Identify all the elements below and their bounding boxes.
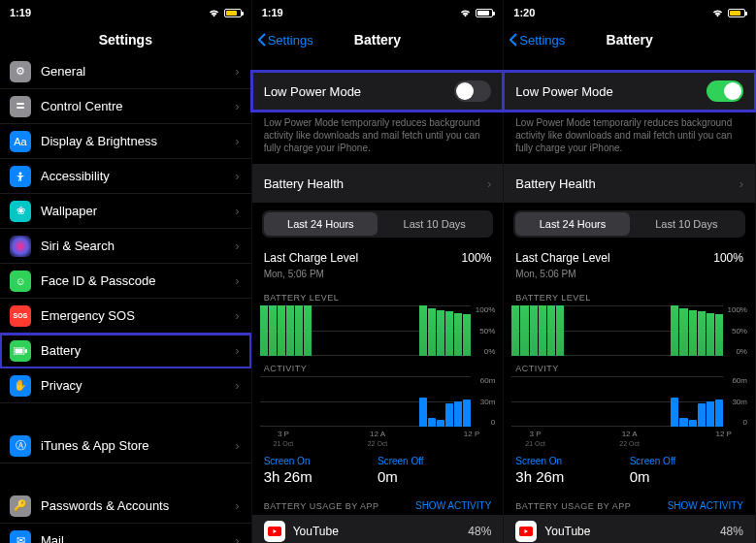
low-power-mode-row[interactable]: Low Power Mode (252, 72, 504, 111)
show-activity-link[interactable]: SHOW ACTIVITY (668, 500, 743, 511)
screen-off-value: 0m (378, 468, 491, 485)
navbar: Settings Battery (504, 25, 755, 54)
low-power-toggle[interactable] (454, 80, 491, 102)
screen-off-label: Screen Off (630, 456, 743, 466)
navbar-title: Settings (99, 32, 152, 48)
app-pct: 48% (468, 525, 491, 538)
navbar: Settings (0, 25, 251, 54)
settings-row-privacy[interactable]: ✋Privacy› (0, 368, 251, 403)
seg-10d[interactable]: Last 10 Days (378, 212, 491, 236)
svg-point-2 (19, 172, 22, 175)
chevron-right-icon: › (235, 343, 239, 358)
seg-10d[interactable]: Last 10 Days (630, 212, 743, 236)
battery-level-chart: 100%50%0% (511, 305, 747, 356)
back-button[interactable]: Settings (504, 33, 565, 48)
settings-row-display[interactable]: AaDisplay & Brightness› (0, 124, 251, 159)
activity-label: ACTIVITY (252, 356, 504, 376)
status-bar: 1:20 (504, 0, 755, 25)
status-time: 1:20 (513, 7, 535, 18)
settings-row-mail[interactable]: ✉Mail› (0, 524, 251, 543)
usage-header: BATTERY USAGE BY APP SHOW ACTIVITY (504, 493, 755, 515)
app-name: YouTube (293, 525, 339, 538)
settings-row-control-centre[interactable]: Control Centre› (0, 89, 251, 124)
show-activity-link[interactable]: SHOW ACTIVITY (415, 500, 491, 511)
status-time: 1:19 (10, 7, 31, 18)
appstore-icon: Ⓐ (10, 435, 31, 457)
settings-row-battery[interactable]: Battery› (0, 334, 251, 368)
screen-on-value: 3h 26m (515, 468, 629, 485)
mail-icon: ✉ (10, 530, 31, 544)
chevron-right-icon: › (235, 169, 239, 183)
chart-xaxis: 3 P12 A12 P (252, 427, 504, 440)
low-power-description: Low Power Mode temporarily reduces backg… (252, 111, 504, 164)
battery-health-label: Battery Health (515, 176, 595, 191)
navbar-title: Battery (354, 32, 401, 48)
screen-settings: 1:19 Settings ⚙General› Control Centre› … (0, 0, 252, 543)
battery-level-chart: 100%50%0% (260, 305, 496, 356)
last-charge-label: Last Charge Level (264, 251, 358, 265)
wifi-icon (711, 9, 724, 17)
settings-row-appstore[interactable]: ⒶiTunes & App Store› (0, 429, 251, 463)
settings-row-accessibility[interactable]: Accessibility› (0, 159, 251, 194)
settings-row-siri[interactable]: Siri & Search› (0, 229, 251, 264)
activity-chart: 60m30m0 (511, 376, 747, 427)
battery-health-label: Battery Health (264, 176, 344, 191)
app-row-youtube[interactable]: YouTube 48% (252, 515, 504, 543)
low-power-toggle[interactable] (707, 80, 743, 102)
navbar-title: Battery (607, 32, 653, 48)
usage-header: BATTERY USAGE BY APP SHOW ACTIVITY (252, 493, 504, 515)
time-range-segment[interactable]: Last 24 Hours Last 10 Days (262, 210, 494, 238)
battery-status-icon (224, 9, 242, 17)
svg-rect-5 (25, 349, 27, 353)
time-range-segment[interactable]: Last 24 Hours Last 10 Days (513, 210, 745, 238)
gear-icon: ⚙ (10, 61, 31, 82)
screen-off-value: 0m (630, 468, 743, 485)
svg-rect-4 (16, 348, 23, 353)
faceid-icon: ☺ (10, 271, 31, 292)
chevron-right-icon: › (235, 273, 239, 288)
seg-24h[interactable]: Last 24 Hours (515, 212, 629, 236)
battery-health-row[interactable]: Battery Health › (504, 164, 755, 203)
battery-icon (10, 340, 31, 362)
last-charge-label: Last Charge Level (515, 251, 609, 265)
app-pct: 48% (720, 525, 743, 538)
chart-xaxis: 3 P12 A12 P (504, 427, 755, 440)
settings-list: ⚙General› Control Centre› AaDisplay & Br… (0, 54, 251, 543)
chevron-right-icon: › (235, 239, 239, 253)
wallpaper-icon: ❀ (10, 201, 31, 222)
navbar: Settings Battery (252, 25, 504, 54)
seg-24h[interactable]: Last 24 Hours (264, 212, 378, 236)
last-charge-row: Last Charge Level 100% (252, 243, 504, 269)
wifi-icon (459, 9, 472, 17)
battery-health-row[interactable]: Battery Health › (252, 164, 504, 203)
wifi-icon (208, 9, 220, 17)
status-time: 1:19 (262, 7, 283, 18)
low-power-description: Low Power Mode temporarily reduces backg… (504, 111, 755, 164)
chevron-right-icon: › (235, 378, 239, 393)
key-icon: 🔑 (10, 495, 31, 517)
screen-battery-on: 1:20 Settings Battery Low Power Mode Low… (504, 0, 756, 543)
chart-xaxis-sub: 21 Oct22 Oct (252, 440, 504, 450)
chevron-right-icon: › (235, 99, 239, 113)
battery-status-icon (476, 9, 493, 17)
battery-level-label: BATTERY LEVEL (252, 285, 504, 305)
status-bar: 1:19 (0, 0, 251, 25)
screen-on-value: 3h 26m (264, 468, 378, 485)
last-charge-pct: 100% (713, 251, 743, 265)
settings-row-wallpaper[interactable]: ❀Wallpaper› (0, 194, 251, 229)
settings-row-passwords[interactable]: 🔑Passwords & Accounts› (0, 489, 251, 524)
svg-rect-1 (16, 107, 24, 109)
screen-on-off-row: Screen On3h 26m Screen Off0m (504, 450, 755, 493)
app-row-youtube[interactable]: YouTube 48% (504, 515, 755, 543)
chevron-right-icon: › (235, 498, 239, 513)
sliders-icon (10, 96, 31, 117)
last-charge-pct: 100% (462, 251, 492, 265)
svg-rect-0 (16, 103, 24, 105)
chevron-right-icon: › (235, 308, 239, 323)
settings-row-general[interactable]: ⚙General› (0, 54, 251, 89)
low-power-mode-row[interactable]: Low Power Mode (504, 72, 755, 111)
settings-row-faceid[interactable]: ☺Face ID & Passcode› (0, 264, 251, 299)
back-button[interactable]: Settings (252, 33, 313, 48)
chart-xaxis-sub: 21 Oct22 Oct (504, 440, 755, 450)
settings-row-sos[interactable]: SOSEmergency SOS› (0, 299, 251, 334)
